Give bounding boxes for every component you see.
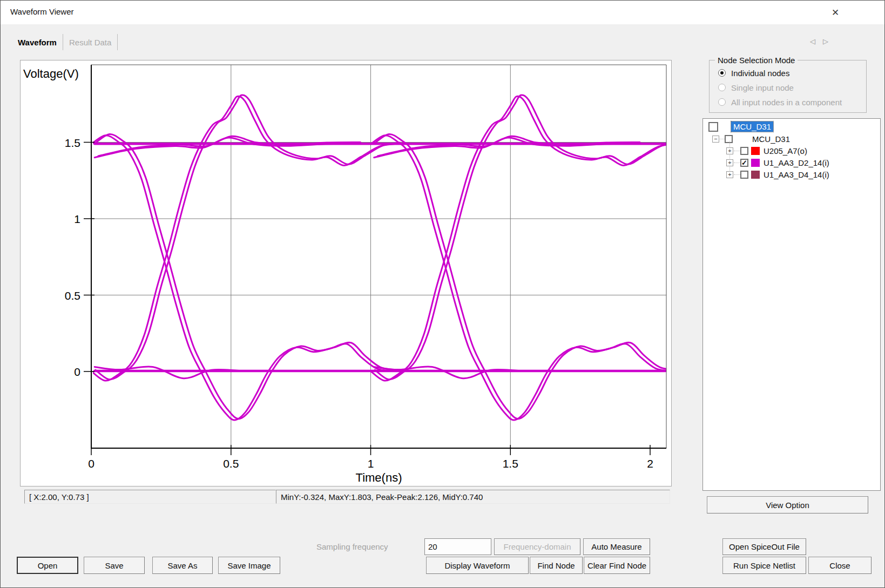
frequency-domain-button: Frequency-domain bbox=[494, 538, 580, 555]
run-spice-netlist-button[interactable]: Run Spice Netlist bbox=[722, 557, 806, 574]
node-selection-mode-group: Node Selection Mode Individual nodes Sin… bbox=[709, 60, 867, 113]
chart-text: 0 bbox=[74, 366, 80, 378]
window-title: Waveform Viewer bbox=[10, 7, 74, 16]
tree-connector bbox=[734, 174, 740, 175]
radio-row-all-input-nodes: All input nodes in a component bbox=[718, 96, 842, 108]
status-measurements: MinY:-0.324, MaxY:1.803, Peak-Peak:2.126… bbox=[276, 490, 670, 504]
gridlines bbox=[91, 65, 666, 448]
open-spiceout-file-button[interactable]: Open SpiceOut File bbox=[722, 538, 806, 555]
checkbox-node[interactable] bbox=[740, 171, 748, 179]
waveform-viewer-window: Waveform Viewer ✕ Waveform Result Data ◁… bbox=[0, 0, 885, 588]
tree-root-label[interactable]: MCU_D31 bbox=[731, 121, 773, 132]
chart-text: 1.5 bbox=[503, 457, 518, 470]
display-waveform-button[interactable]: Display Waveform bbox=[426, 557, 529, 574]
tab-result-data[interactable]: Result Data bbox=[63, 34, 118, 50]
tree-connector bbox=[729, 141, 730, 175]
save-image-button[interactable]: Save Image bbox=[218, 557, 280, 574]
save-button[interactable]: Save bbox=[84, 557, 145, 574]
close-icon[interactable]: ✕ bbox=[827, 5, 843, 19]
close-button[interactable]: Close bbox=[808, 557, 872, 574]
clear-find-node-button[interactable]: Clear Find Node bbox=[584, 557, 650, 574]
expand-toggle-icon[interactable]: + bbox=[726, 159, 733, 166]
checkbox-root[interactable] bbox=[708, 122, 718, 132]
chart-text: 0.5 bbox=[65, 289, 80, 302]
radio-individual-nodes[interactable] bbox=[718, 69, 726, 77]
chart-text: 1 bbox=[74, 213, 80, 225]
radio-row-individual-nodes[interactable]: Individual nodes bbox=[718, 67, 789, 79]
status-cursor-position: [ X:2.00, Y:0.73 ] bbox=[24, 490, 276, 504]
tree-group-label[interactable]: MCU_D31 bbox=[752, 134, 790, 144]
tree-node-label[interactable]: U205_A7(o) bbox=[764, 146, 807, 156]
chart-text: Time(ns) bbox=[356, 471, 402, 484]
checkbox-node[interactable]: ✓ bbox=[740, 159, 748, 167]
chart-axes: Voltage(V)Time(ns) bbox=[23, 65, 666, 484]
checkbox-node[interactable] bbox=[740, 147, 748, 155]
tree-connector bbox=[734, 163, 740, 163]
waveform-chart-panel[interactable]: Voltage(V)Time(ns)00.511.500.511.52 bbox=[20, 60, 672, 486]
checkbox-group[interactable] bbox=[725, 135, 733, 143]
tab-waveform[interactable]: Waveform bbox=[17, 34, 63, 50]
color-swatch bbox=[751, 159, 760, 167]
chart-text: 1 bbox=[368, 457, 374, 470]
expand-toggle-icon[interactable]: + bbox=[726, 171, 733, 178]
tree-node-label[interactable]: U1_AA3_D4_14(i) bbox=[764, 170, 829, 179]
node-tree[interactable]: MCU_D31 − MCU_D31 + U205_A7(o) + ✓ U1_AA… bbox=[702, 118, 881, 491]
chart-text: 2 bbox=[647, 457, 653, 470]
radio-single-input-node bbox=[718, 84, 726, 91]
tree-connector bbox=[734, 151, 740, 151]
find-node-button[interactable]: Find Node bbox=[530, 557, 583, 574]
cursor-position-text: [ X:2.00, Y:0.73 ] bbox=[29, 492, 89, 502]
sampling-frequency-input[interactable] bbox=[424, 538, 491, 555]
save-as-button[interactable]: Save As bbox=[152, 557, 213, 574]
auto-measure-button[interactable]: Auto Measure bbox=[583, 538, 650, 555]
view-option-button[interactable]: View Option bbox=[707, 496, 868, 513]
title-bar: Waveform Viewer ✕ bbox=[1, 1, 884, 24]
tree-node-label[interactable]: U1_AA3_D2_14(i) bbox=[764, 158, 829, 167]
radio-row-single-input-node: Single input node bbox=[718, 82, 794, 93]
tree-connector bbox=[720, 139, 725, 139]
collapse-toggle-icon[interactable]: − bbox=[712, 136, 719, 143]
group-title: Node Selection Mode bbox=[715, 56, 798, 65]
tab-scroll-arrows: ◁ ▷ bbox=[810, 37, 828, 45]
chart-text: Voltage(V) bbox=[23, 67, 79, 80]
tab-scroll-right-icon[interactable]: ▷ bbox=[823, 37, 828, 45]
radio-label: All input nodes in a component bbox=[731, 98, 842, 107]
chart-text: 1.5 bbox=[65, 137, 80, 149]
color-swatch bbox=[751, 171, 760, 179]
waveform-traces bbox=[91, 95, 671, 420]
radio-all-input-nodes bbox=[718, 98, 726, 106]
chart-text: 0 bbox=[88, 457, 94, 470]
radio-label: Individual nodes bbox=[731, 69, 789, 78]
chart-text: 0.5 bbox=[223, 457, 239, 470]
waveform-chart-svg: Voltage(V)Time(ns)00.511.500.511.52 bbox=[21, 60, 671, 486]
tab-scroll-left-icon[interactable]: ◁ bbox=[810, 37, 815, 45]
expand-toggle-icon[interactable]: + bbox=[726, 147, 733, 154]
measurements-text: MinY:-0.324, MaxY:1.803, Peak-Peak:2.126… bbox=[281, 492, 483, 502]
tab-strip: Waveform Result Data bbox=[17, 34, 118, 50]
sampling-frequency-label: Sampling frequency bbox=[316, 542, 388, 551]
open-button[interactable]: Open bbox=[17, 557, 78, 574]
radio-label: Single input node bbox=[731, 83, 794, 92]
color-swatch bbox=[751, 147, 760, 155]
